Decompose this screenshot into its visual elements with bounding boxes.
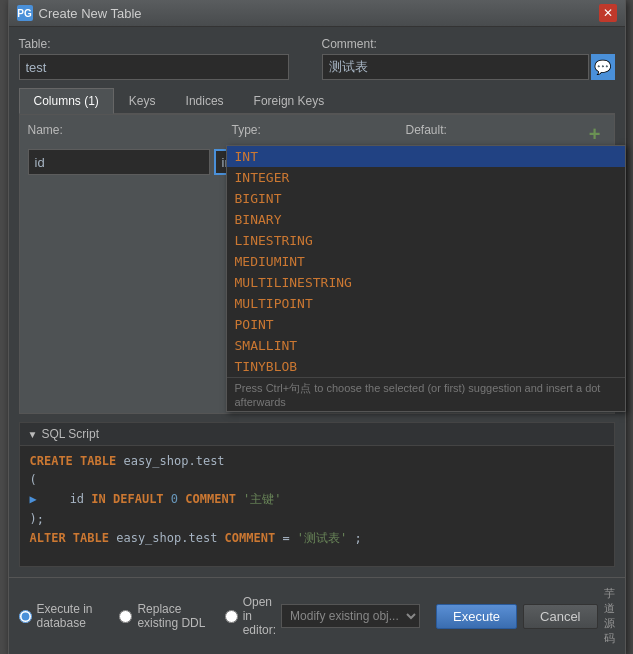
table-comment-row: Table: Comment: 💬 <box>19 37 615 80</box>
cancel-button[interactable]: Cancel <box>523 604 597 629</box>
sql-line-5: ALTER TABLE easy_shop.test COMMENT = '测试… <box>30 529 604 548</box>
tab-keys[interactable]: Keys <box>114 88 171 113</box>
execute-db-label: Execute in database <box>37 602 104 630</box>
autocomplete-item-bigint[interactable]: BIGINT <box>227 188 625 209</box>
autocomplete-item-int[interactable]: INT <box>227 146 625 167</box>
autocomplete-item-point[interactable]: POINT <box>227 314 625 335</box>
replace-ddl-radio[interactable] <box>119 610 132 623</box>
close-button[interactable]: ✕ <box>599 4 617 22</box>
autocomplete-item-multilinestring[interactable]: MULTILINESTRING <box>227 272 625 293</box>
autocomplete-item-mediumint[interactable]: MEDIUMINT <box>227 251 625 272</box>
comment-input[interactable] <box>322 54 589 80</box>
execute-button[interactable]: Execute <box>436 604 517 629</box>
execute-db-radio[interactable] <box>19 610 32 623</box>
tab-bar: Columns (1) Keys Indices Foreign Keys <box>19 88 615 114</box>
replace-ddl-label: Replace existing DDL <box>137 602 208 630</box>
execute-db-radio-group: Execute in database <box>19 602 104 630</box>
sql-chevron-icon: ▼ <box>28 429 38 440</box>
autocomplete-item-integer[interactable]: INTEGER <box>227 167 625 188</box>
table-name-input[interactable] <box>19 54 289 80</box>
comment-label: Comment: <box>322 37 615 51</box>
sql-line-3: ▶ id IN DEFAULT 0 COMMENT '主键' <box>30 490 604 509</box>
columns-header: Name: Type: Default: + <box>28 123 606 145</box>
sql-script-section: ▼ SQL Script CREATE TABLE easy_shop.test… <box>19 422 615 567</box>
open-editor-radio[interactable] <box>225 610 238 623</box>
app-icon: PG <box>17 5 33 21</box>
main-window: PG Create New Table ✕ Table: Comment: 💬 <box>8 0 626 654</box>
autocomplete-item-binary[interactable]: BINARY <box>227 209 625 230</box>
sql-line-1: CREATE TABLE easy_shop.test <box>30 452 604 471</box>
open-editor-label: Open in editor: <box>243 595 276 637</box>
autocomplete-item-smallint[interactable]: SMALLINT <box>227 335 625 356</box>
sql-line-2: ( <box>30 471 604 490</box>
watermark: 芋道源码 <box>604 586 615 646</box>
editor-select[interactable]: Modify existing obj... <box>281 604 420 628</box>
table-field-group: Table: <box>19 37 312 80</box>
autocomplete-item-multipoint[interactable]: MULTIPOINT <box>227 293 625 314</box>
title-bar-left: PG Create New Table <box>17 5 142 21</box>
action-buttons: Execute Cancel 芋道源码 <box>436 586 614 646</box>
window-body: Table: Comment: 💬 Columns (1) Keys Indic… <box>9 27 625 577</box>
comment-edit-button[interactable]: 💬 <box>591 54 615 80</box>
sql-body: CREATE TABLE easy_shop.test ( ▶ id IN DE… <box>20 446 614 566</box>
sql-header-label: SQL Script <box>41 427 99 441</box>
autocomplete-dropdown: INT INTEGER BIGINT BINARY LINESTRING MED… <box>226 145 626 412</box>
tab-indices[interactable]: Indices <box>171 88 239 113</box>
open-editor-group: Open in editor: Modify existing obj... <box>225 595 420 637</box>
tab-columns[interactable]: Columns (1) <box>19 88 114 114</box>
autocomplete-item-tinyblob[interactable]: TINYBLOB <box>227 356 625 377</box>
tab-foreign-keys[interactable]: Foreign Keys <box>239 88 340 113</box>
add-column-button[interactable]: + <box>584 123 606 145</box>
column-name-input[interactable] <box>28 149 210 175</box>
tab-content: Name: Type: Default: + 💬 − INT INTEGER <box>19 114 615 414</box>
arrow-indicator: ▶ <box>30 492 37 506</box>
name-column-header: Name: <box>28 123 228 145</box>
replace-ddl-radio-group: Replace existing DDL <box>119 602 208 630</box>
comment-field-group: Comment: 💬 <box>322 37 615 80</box>
sql-line-4: ); <box>30 510 604 529</box>
bottom-bar: Execute in database Replace existing DDL… <box>9 577 625 654</box>
autocomplete-hint: Press Ctrl+句点 to choose the selected (or… <box>227 377 625 411</box>
comment-wrapper: 💬 <box>322 54 615 80</box>
table-label: Table: <box>19 37 312 51</box>
sql-header[interactable]: ▼ SQL Script <box>20 423 614 446</box>
autocomplete-item-linestring[interactable]: LINESTRING <box>227 230 625 251</box>
type-column-header: Type: <box>232 123 402 145</box>
title-bar: PG Create New Table ✕ <box>9 0 625 27</box>
default-column-header: Default: <box>406 123 580 145</box>
window-title: Create New Table <box>39 6 142 21</box>
